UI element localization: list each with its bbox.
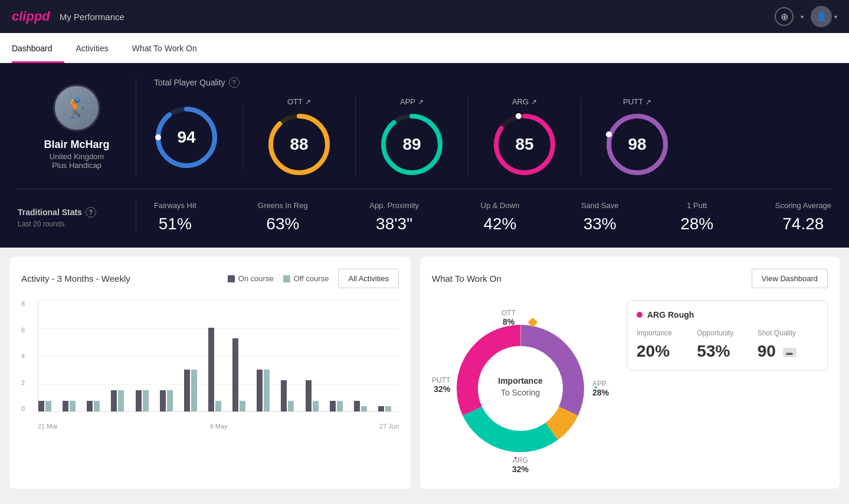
arg-opportunity: Opportunity 53%	[697, 329, 757, 361]
bar-oncourse-5	[160, 390, 166, 411]
stat-fairways-value: 51%	[159, 215, 192, 233]
app-meter: APP ↗ 89	[356, 97, 468, 177]
bar-oncourse-0	[38, 401, 44, 411]
quality-help-icon[interactable]: ?	[229, 77, 240, 88]
stat-items: Fairways Hit 51% Greens In Reg 63% App. …	[136, 201, 831, 233]
work-on-card-header: What To Work On View Dashboard	[432, 269, 828, 288]
arg-opportunity-value: 53%	[697, 342, 757, 361]
bar-oncourse-14	[378, 406, 384, 411]
bar-group-13	[354, 401, 375, 411]
bar-offcourse-4	[143, 390, 149, 411]
player-name: Blair McHarg	[44, 139, 109, 151]
stat-oneputt-label: 1 Putt	[687, 201, 707, 210]
bottom-section: Activity - 3 Months - Weekly On course O…	[0, 248, 849, 498]
svg-point-12	[606, 131, 612, 137]
bar-group-6	[184, 370, 205, 411]
seg-label-putt: PUTT 32%	[432, 376, 450, 394]
app-label: APP ↗	[400, 97, 424, 106]
traditional-stats: Traditional Stats ? Last 20 rounds Fairw…	[18, 189, 831, 233]
header-right: ⊕ ▾ 👤 ▾	[775, 6, 837, 27]
stats-help-icon[interactable]: ?	[86, 207, 96, 218]
bar-oncourse-2	[87, 401, 93, 411]
bar-offcourse-9	[264, 370, 270, 411]
bar-group-11	[306, 380, 326, 411]
bar-group-4	[136, 390, 156, 411]
arg-opportunity-label: Opportunity	[697, 329, 757, 337]
view-dashboard-button[interactable]: View Dashboard	[752, 269, 828, 288]
hero-section: 🏌️ Blair McHarg United Kingdom Plus Hand…	[0, 63, 849, 248]
activity-card-header: Activity - 3 Months - Weekly On course O…	[21, 269, 399, 288]
app-value: 89	[402, 135, 421, 154]
arg-dot-donut	[513, 456, 518, 460]
stat-updown-value: 42%	[483, 215, 516, 233]
ott-arrow-icon: ↗	[305, 98, 311, 106]
arg-label: ARG ↗	[512, 97, 537, 106]
user-avatar-button[interactable]: 👤 ▾	[811, 6, 837, 27]
all-activities-button[interactable]: All Activities	[338, 269, 399, 288]
work-on-content: Importance To Scoring OTT 8% APP 28% ARG	[432, 300, 828, 477]
bar-oncourse-9	[257, 370, 263, 411]
arg-info-section: ARG Rough Importance 20% Opportunity 53%…	[621, 300, 828, 477]
legend-offcourse: Off course	[283, 274, 329, 283]
putt-arrow-icon: ↗	[645, 98, 651, 106]
arg-info-card: ARG Rough Importance 20% Opportunity 53%…	[627, 300, 828, 371]
nav-tabs: Dashboard Activities What To Work On	[0, 33, 849, 63]
arg-metrics: Importance 20% Opportunity 53% Shot Qual…	[637, 329, 818, 361]
tab-dashboard[interactable]: Dashboard	[12, 33, 64, 63]
bar-group-2	[87, 401, 107, 411]
arg-importance-value: 20%	[637, 342, 697, 361]
stat-sandsave-label: Sand Save	[581, 201, 619, 210]
tab-what-to-work-on[interactable]: What To Work On	[120, 33, 209, 63]
arg-shotquality: Shot Quality 90 ▬	[758, 329, 818, 361]
y-label-6: 6	[21, 327, 33, 334]
bar-offcourse-5	[167, 390, 173, 411]
bar-group-0	[38, 401, 59, 411]
stats-sub: Last 20 rounds	[18, 220, 136, 228]
svg-point-9	[516, 113, 522, 119]
arg-dot-icon	[637, 312, 643, 318]
svg-text:To Scoring: To Scoring	[501, 388, 540, 397]
stat-sandsave: Sand Save 33%	[581, 201, 619, 233]
logo: clippd	[12, 9, 50, 24]
arg-circle: 85	[492, 112, 557, 177]
player-info: 🏌️ Blair McHarg United Kingdom Plus Hand…	[18, 84, 136, 170]
work-on-card: What To Work On View Dashboard	[420, 257, 840, 489]
y-label-2: 2	[21, 379, 33, 386]
stat-proximity: App. Proximity 38'3"	[369, 201, 419, 233]
bar-offcourse-10	[288, 401, 294, 411]
bar-offcourse-2	[94, 401, 100, 411]
quality-badge: ▬	[783, 348, 796, 357]
x-label-may: 9 May	[210, 423, 228, 430]
work-on-title: What To Work On	[432, 274, 501, 284]
chevron-down-icon: ▾	[801, 14, 804, 20]
plus-icon: ⊕	[781, 11, 788, 22]
quality-section: Total Player Quality ? 94	[136, 77, 831, 177]
add-button[interactable]: ⊕	[775, 7, 794, 26]
putt-label: PUTT ↗	[623, 97, 651, 106]
stat-sandsave-value: 33%	[584, 215, 617, 233]
stats-label: Traditional Stats ?	[18, 207, 136, 218]
ott-circle: 88	[267, 112, 332, 177]
bar-offcourse-0	[45, 401, 51, 411]
x-label-jun: 27 Jun	[379, 423, 399, 430]
legend-oncourse-dot	[228, 275, 235, 282]
avatar-chevron-icon: ▾	[834, 14, 837, 20]
bar-oncourse-7	[208, 328, 214, 411]
ott-meter: OTT ↗ 88	[243, 97, 356, 177]
bar-oncourse-8	[232, 338, 238, 411]
x-labels: 21 Mar 9 May 27 Jun	[38, 423, 399, 430]
bar-oncourse-12	[330, 401, 336, 411]
bar-oncourse-11	[306, 380, 312, 411]
stat-scoring-value: 74.28	[782, 215, 824, 233]
y-axis: 8 6 4 2 0	[21, 300, 33, 412]
stat-updown: Up & Down 42%	[481, 201, 520, 233]
stat-oneputt-value: 28%	[680, 215, 713, 233]
arg-meter: ARG ↗ 85	[468, 97, 581, 177]
arg-arrow-icon: ↗	[531, 98, 537, 106]
quality-label: Total Player Quality ?	[154, 77, 831, 88]
bar-offcourse-11	[313, 401, 319, 411]
y-label-4: 4	[21, 353, 33, 360]
bar-group-14	[378, 406, 399, 411]
main-score-value: 94	[177, 128, 195, 147]
tab-activities[interactable]: Activities	[64, 33, 120, 63]
